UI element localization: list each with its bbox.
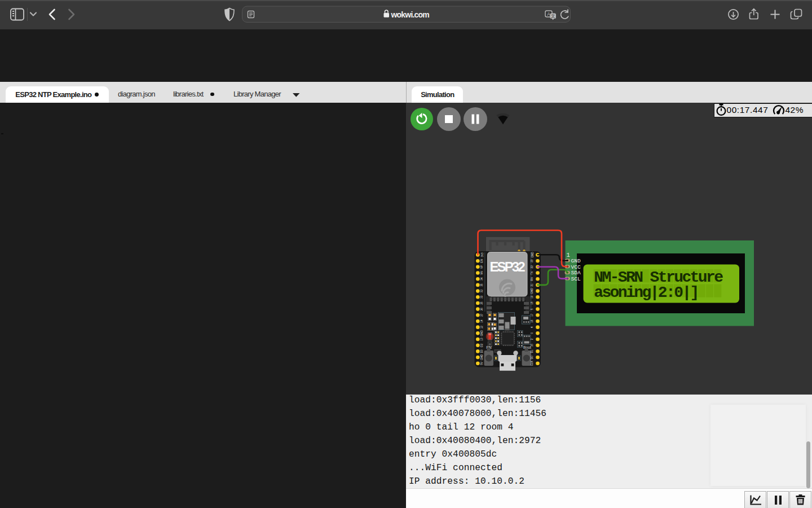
svg-text:文: 文 bbox=[551, 14, 555, 19]
svg-text:D1: D1 bbox=[531, 349, 534, 353]
svg-text:21: 21 bbox=[531, 283, 534, 287]
svg-text:SDA: SDA bbox=[571, 270, 581, 276]
svg-text:25: 25 bbox=[481, 301, 484, 305]
svg-text:13: 13 bbox=[481, 338, 484, 341]
svg-text:ESP32: ESP32 bbox=[490, 259, 526, 274]
svg-text:35: 35 bbox=[481, 283, 484, 287]
svg-text:16: 16 bbox=[531, 319, 534, 323]
svg-text:26: 26 bbox=[481, 308, 484, 311]
svg-text:wokwi.com: wokwi.com bbox=[391, 10, 430, 19]
svg-text:D2: D2 bbox=[481, 343, 484, 347]
svg-text:12: 12 bbox=[481, 326, 484, 329]
svg-text:23: 23 bbox=[531, 259, 534, 262]
svg-text:4: 4 bbox=[531, 326, 534, 328]
svg-text:5V: 5V bbox=[481, 361, 484, 365]
svg-text:EN: EN bbox=[481, 259, 484, 262]
svg-text:VCC: VCC bbox=[571, 264, 581, 270]
svg-text:17: 17 bbox=[531, 313, 534, 317]
svg-text:GND: GND bbox=[531, 252, 534, 258]
svg-text:32: 32 bbox=[481, 290, 484, 293]
svg-text:GND: GND bbox=[481, 330, 484, 336]
svg-text:33: 33 bbox=[481, 295, 484, 299]
svg-text:CMD: CMD bbox=[481, 354, 484, 360]
svg-text:15: 15 bbox=[531, 344, 534, 347]
svg-text:34: 34 bbox=[481, 277, 484, 281]
svg-text:CLK: CLK bbox=[531, 360, 534, 366]
svg-text:1: 1 bbox=[567, 252, 570, 259]
svg-text:asoning|2:0|]: asoning|2:0|] bbox=[594, 284, 698, 301]
svg-text:VP: VP bbox=[481, 265, 484, 269]
svg-text:D0: D0 bbox=[531, 356, 534, 359]
svg-text:GND: GND bbox=[571, 258, 581, 264]
svg-text:22: 22 bbox=[531, 265, 534, 269]
svg-text:5: 5 bbox=[531, 308, 534, 310]
svg-text:0: 0 bbox=[531, 332, 534, 334]
svg-text:VN: VN bbox=[481, 271, 484, 274]
svg-text:D3: D3 bbox=[481, 349, 484, 353]
svg-text:GND: GND bbox=[531, 288, 534, 294]
svg-text:SCL: SCL bbox=[571, 276, 581, 282]
svg-text:18: 18 bbox=[531, 301, 534, 305]
svg-text:2: 2 bbox=[531, 338, 534, 340]
svg-text:A: A bbox=[547, 11, 550, 17]
svg-text:RX: RX bbox=[531, 277, 534, 281]
svg-text:27: 27 bbox=[481, 313, 484, 317]
svg-text:14: 14 bbox=[481, 319, 484, 323]
svg-text:19: 19 bbox=[531, 295, 534, 299]
svg-text:TX: TX bbox=[531, 271, 534, 275]
svg-text:3V3: 3V3 bbox=[481, 252, 484, 257]
